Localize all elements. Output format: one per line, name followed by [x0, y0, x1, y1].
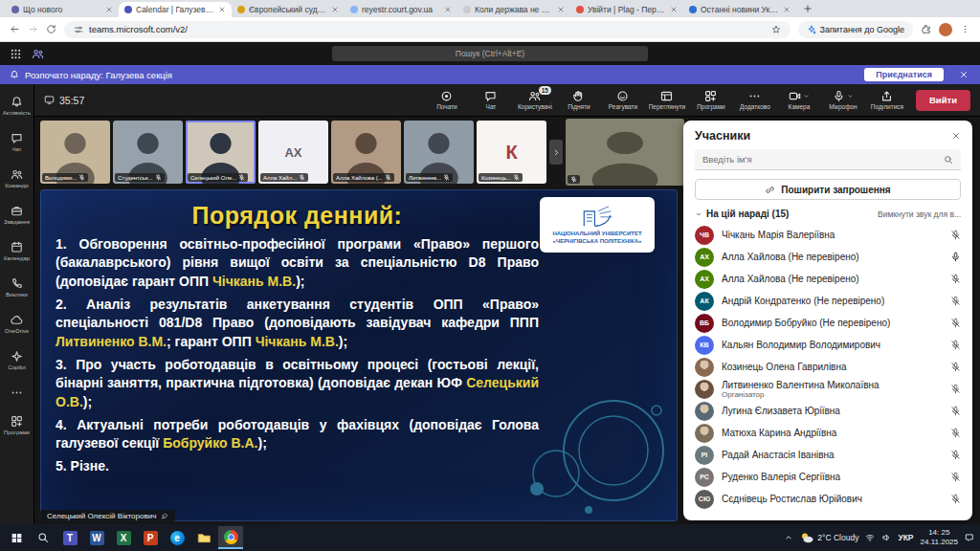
join-button[interactable]: Приєднатися	[864, 68, 944, 81]
participant-row[interactable]: АХАлла Хайлова (Не перевірено)	[683, 246, 972, 268]
mic-off-icon[interactable]	[950, 450, 961, 460]
mic-off-icon[interactable]	[950, 340, 961, 350]
meeting-control-apps[interactable]: Програми	[690, 89, 732, 111]
tab-close-icon[interactable]	[557, 6, 565, 13]
taskbar-app-explorer[interactable]	[191, 526, 216, 549]
mic-off-icon[interactable]	[950, 362, 961, 372]
tab-close-icon[interactable]	[331, 6, 339, 13]
taskbar-app-powerpoint[interactable]: P	[138, 526, 163, 549]
browser-tab[interactable]: Коли держава не звикає за	[457, 2, 570, 17]
close-panel-icon[interactable]	[951, 131, 961, 141]
participant-search[interactable]	[695, 149, 961, 170]
action-center-icon[interactable]	[965, 533, 974, 542]
tab-close-icon[interactable]	[783, 6, 791, 13]
language-indicator[interactable]: УКР	[898, 533, 913, 542]
reload-button[interactable]	[46, 24, 56, 34]
browser-tab[interactable]: Calendar | Галузева секція |	[119, 2, 232, 17]
rail-item-calendar[interactable]: Календар	[0, 241, 33, 261]
start-button[interactable]	[4, 526, 29, 549]
taskbar-app-chrome[interactable]	[218, 526, 243, 549]
participant-row[interactable]: Матюха Карина Андріївна	[683, 422, 972, 444]
network-icon[interactable]	[865, 533, 875, 542]
participant-row[interactable]: РСРуденко Валерія Сергіївна	[683, 466, 972, 488]
meeting-control-camera[interactable]: Камера	[778, 89, 820, 111]
browser-tab[interactable]: Що нового	[6, 2, 119, 17]
rail-item-copilot[interactable]: Copilot	[0, 350, 33, 370]
meeting-control-record[interactable]: Почати	[426, 89, 468, 111]
mic-off-icon[interactable]	[950, 406, 961, 416]
share-invite-button[interactable]: Поширити запрошення	[695, 179, 961, 200]
browser-tab[interactable]: reyestr.court.gov.ua	[345, 2, 457, 17]
url-bar[interactable]: teams.microsoft.com/v2/	[64, 21, 791, 38]
participant-row[interactable]: Козинець Олена Гаврилівна	[683, 356, 972, 378]
mic-on-icon[interactable]	[950, 252, 961, 262]
chevron-down-icon[interactable]	[803, 93, 810, 99]
site-settings-icon[interactable]	[74, 25, 83, 34]
rail-item-chat[interactable]: Чат	[0, 132, 33, 152]
meeting-control-leave[interactable]: Вийти	[916, 90, 970, 111]
video-tile[interactable]: Литвиненк...	[404, 121, 474, 184]
video-tile[interactable]: АХАлла Хайл...	[258, 121, 328, 184]
weather-widget[interactable]: 2°C Cloudy	[800, 532, 858, 543]
chevron-down-icon[interactable]	[695, 210, 702, 218]
meeting-control-hand[interactable]: Підняти	[558, 89, 600, 111]
mute-all-button[interactable]: Вимкнути звук для в...	[878, 209, 961, 219]
meeting-control-share[interactable]: Поділитися	[866, 89, 908, 111]
taskbar-app-edge[interactable]: e	[165, 526, 189, 549]
tab-close-icon[interactable]	[670, 6, 678, 13]
video-tile[interactable]: ККозинець...	[477, 121, 546, 184]
mic-off-icon[interactable]	[950, 472, 961, 482]
tab-close-icon[interactable]	[105, 6, 113, 13]
new-tab-button[interactable]	[800, 1, 815, 16]
participant-row[interactable]: СЮСєднівець Ростислав Юрійович	[683, 488, 972, 510]
taskbar-clock[interactable]: 14: 25 24.11.2025	[921, 528, 958, 547]
mic-off-icon[interactable]	[950, 494, 961, 504]
meeting-control-mic[interactable]: Мікрофон	[822, 89, 864, 111]
chevron-down-icon[interactable]	[847, 93, 854, 99]
tab-close-icon[interactable]	[218, 6, 226, 13]
rail-item-cloud[interactable]: OneDrive	[0, 314, 33, 334]
ask-google-button[interactable]: Запитання до Google	[798, 21, 913, 38]
participant-row[interactable]: РІРадай Анастасія Іванівна	[683, 444, 972, 466]
browser-tab[interactable]: Останні новини України і сві	[683, 2, 796, 17]
meeting-control-chat[interactable]: Чат	[470, 89, 512, 111]
participant-row[interactable]: АКАндрій Кондратенко (Не перевірено)	[683, 290, 972, 312]
taskbar-app-excel[interactable]: X	[111, 526, 136, 549]
browser-tab[interactable]: Європейський суд з прав лю	[232, 2, 345, 17]
taskbar-app-teams[interactable]: T	[57, 526, 82, 549]
mic-off-icon[interactable]	[950, 274, 961, 284]
meeting-control-people[interactable]: 15Користувачі	[514, 89, 556, 111]
back-button[interactable]	[10, 24, 20, 34]
taskbar-app-word[interactable]: W	[84, 526, 109, 549]
taskbar-search-button[interactable]	[31, 526, 56, 549]
tray-expand-icon[interactable]	[784, 533, 793, 542]
mic-off-icon[interactable]	[950, 428, 961, 438]
rail-item-dots[interactable]	[0, 386, 33, 399]
meeting-control-dots[interactable]: Додатково	[734, 89, 776, 111]
rail-item-apps[interactable]: Програми	[0, 415, 33, 435]
video-tile[interactable]: Студентськ...	[113, 121, 183, 184]
mic-off-icon[interactable]	[950, 384, 961, 394]
participant-row[interactable]: КВКальян Володимир Володимирович	[683, 334, 972, 356]
rail-item-bell[interactable]: Активність	[0, 96, 33, 116]
participant-row[interactable]: Лугина Єлизавета Юріївна	[683, 400, 972, 422]
participant-row[interactable]: ЧВЧічкань Марія Валеріївна	[683, 224, 972, 246]
participant-row[interactable]: АХАлла Хайлова (Не перевірено)	[683, 268, 972, 290]
tab-close-icon[interactable]	[444, 6, 452, 13]
rail-item-people[interactable]: Команди	[0, 168, 33, 188]
meeting-control-view[interactable]: Переглянути	[646, 89, 688, 111]
profile-avatar[interactable]	[939, 23, 952, 36]
mic-off-icon[interactable]	[950, 230, 961, 240]
meeting-control-emoji[interactable]: Реагувати	[602, 89, 644, 111]
extensions-icon[interactable]	[921, 24, 931, 34]
mic-off-icon[interactable]	[950, 296, 961, 306]
browser-menu-icon[interactable]	[960, 24, 970, 34]
browser-tab[interactable]: Увійти | Plag - Перевірка пла	[570, 2, 683, 17]
forward-button[interactable]	[28, 24, 38, 34]
participant-search-input[interactable]	[702, 154, 938, 165]
more-videos-chevron[interactable]	[549, 140, 563, 165]
participant-row[interactable]: Литвиненко Валентина МиколаївнаОрганізат…	[683, 378, 972, 400]
app-launcher-icon[interactable]	[10, 48, 22, 60]
rail-item-tasks[interactable]: Завдання	[0, 205, 33, 225]
participant-row[interactable]: ВБВолодимир Бобруйко (Не перевірено)	[683, 312, 972, 334]
